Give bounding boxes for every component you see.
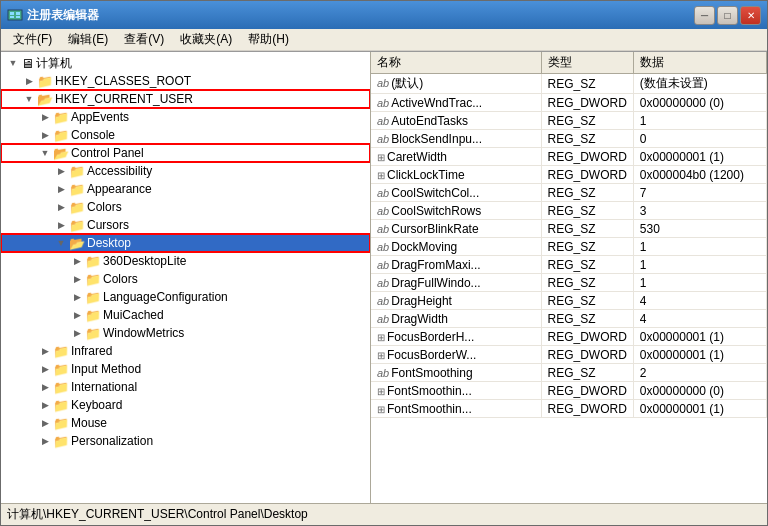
table-row[interactable]: abCursorBlinkRate REG_SZ 530 [371,220,767,238]
tree-item-appevents[interactable]: ▶ 📁 AppEvents [1,108,370,126]
cell-data: 4 [633,310,766,328]
tree-item-international[interactable]: ▶ 📁 International [1,378,370,396]
table-row[interactable]: ⊞CaretWidth REG_DWORD 0x00000001 (1) [371,148,767,166]
maximize-button[interactable]: □ [717,6,738,25]
value-name: AutoEndTasks [391,114,468,128]
computer-icon: 🖥 [21,56,34,71]
table-row[interactable]: ⊞FontSmoothin... REG_DWORD 0x00000000 (0… [371,382,767,400]
tree-label-windowmetrics: WindowMetrics [103,326,184,340]
value-name: ClickLockTime [387,168,465,182]
cell-type: REG_DWORD [541,382,633,400]
cell-data: 0x00000000 (0) [633,94,766,112]
tree-item-accessibility[interactable]: ▶ 📁 Accessibility [1,162,370,180]
table-row[interactable]: abDragWidth REG_SZ 4 [371,310,767,328]
menu-bar: 文件(F) 编辑(E) 查看(V) 收藏夹(A) 帮助(H) [1,29,767,51]
tree-item-computer[interactable]: ▼ 🖥 计算机 [1,54,370,72]
table-row[interactable]: ⊞FocusBorderH... REG_DWORD 0x00000001 (1… [371,328,767,346]
cell-data: 0x000004b0 (1200) [633,166,766,184]
registry-table: 名称 类型 数据 ab(默认) REG_SZ (数值未设置) abActiveW… [371,52,767,418]
tree-item-appearance[interactable]: ▶ 📁 Appearance [1,180,370,198]
cell-type: REG_SZ [541,292,633,310]
minimize-button[interactable]: ─ [694,6,715,25]
window-title: 注册表编辑器 [27,7,99,24]
values-panel: 名称 类型 数据 ab(默认) REG_SZ (数值未设置) abActiveW… [371,52,767,503]
tree-item-mouse[interactable]: ▶ 📁 Mouse [1,414,370,432]
cell-type: REG_DWORD [541,94,633,112]
menu-view[interactable]: 查看(V) [116,29,172,50]
tree-item-desktop[interactable]: ▼ 📂 Desktop [1,234,370,252]
expand-icon-hkcu: ▼ [21,91,37,107]
menu-help[interactable]: 帮助(H) [240,29,297,50]
cell-name: abDragFromMaxi... [371,256,541,274]
tree-item-personalization[interactable]: ▶ 📁 Personalization [1,432,370,450]
tree-item-controlpanel[interactable]: ▼ 📂 Control Panel [1,144,370,162]
cell-data: 0x00000001 (1) [633,148,766,166]
table-row[interactable]: ⊞FontSmoothin... REG_DWORD 0x00000001 (1… [371,400,767,418]
cell-type: REG_SZ [541,310,633,328]
value-name: CoolSwitchRows [391,204,481,218]
tree-label-personalization: Personalization [71,434,153,448]
expand-icon-international: ▶ [37,379,53,395]
app-icon [7,7,23,23]
value-name: DockMoving [391,240,457,254]
expand-icon-infrared: ▶ [37,343,53,359]
value-name: FontSmoothing [391,366,472,380]
table-row[interactable]: abFontSmoothing REG_SZ 2 [371,364,767,382]
cell-type: REG_SZ [541,112,633,130]
table-row[interactable]: abBlockSendInpu... REG_SZ 0 [371,130,767,148]
table-row[interactable]: abDragFromMaxi... REG_SZ 1 [371,256,767,274]
folder-icon-colors: 📁 [69,200,85,215]
table-row[interactable]: abDockMoving REG_SZ 1 [371,238,767,256]
status-path: 计算机\HKEY_CURRENT_USER\Control Panel\Desk… [7,506,308,523]
menu-favorites[interactable]: 收藏夹(A) [172,29,240,50]
tree-item-keyboard[interactable]: ▶ 📁 Keyboard [1,396,370,414]
value-name: (默认) [391,76,423,90]
tree-label-appearance: Appearance [87,182,152,196]
table-row[interactable]: abActiveWndTrac... REG_DWORD 0x00000000 … [371,94,767,112]
tree-item-infrared[interactable]: ▶ 📁 Infrared [1,342,370,360]
table-row[interactable]: abAutoEndTasks REG_SZ 1 [371,112,767,130]
folder-icon-cursors: 📁 [69,218,85,233]
tree-item-muicached[interactable]: ▶ 📁 MuiCached [1,306,370,324]
table-row[interactable]: ⊞ClickLockTime REG_DWORD 0x000004b0 (120… [371,166,767,184]
folder-icon-inputmethod: 📁 [53,362,69,377]
tree-label-hkcu: HKEY_CURRENT_USER [55,92,193,106]
tree-item-inputmethod[interactable]: ▶ 📁 Input Method [1,360,370,378]
expand-icon-windowmetrics: ▶ [69,325,85,341]
table-row[interactable]: abDragHeight REG_SZ 4 [371,292,767,310]
tree-item-langconfig[interactable]: ▶ 📁 LanguageConfiguration [1,288,370,306]
menu-file[interactable]: 文件(F) [5,29,60,50]
value-name: BlockSendInpu... [391,132,482,146]
tree-label-cursors: Cursors [87,218,129,232]
tree-item-colors[interactable]: ▶ 📁 Colors [1,198,370,216]
value-name: CursorBlinkRate [391,222,478,236]
tree-panel[interactable]: ▼ 🖥 计算机 ▶ 📁 HKEY_CLASSES_ROOT ▼ 📂 HKEY_C… [1,52,371,503]
tree-item-desktop-colors[interactable]: ▶ 📁 Colors [1,270,370,288]
cell-name: ⊞FocusBorderW... [371,346,541,364]
table-row[interactable]: ab(默认) REG_SZ (数值未设置) [371,74,767,94]
tree-item-360desktop[interactable]: ▶ 📁 360DesktopLite [1,252,370,270]
tree-label-keyboard: Keyboard [71,398,122,412]
value-name: DragWidth [391,312,448,326]
table-row[interactable]: ⊞FocusBorderW... REG_DWORD 0x00000001 (1… [371,346,767,364]
cell-type: REG_SZ [541,74,633,94]
cell-data: 0x00000000 (0) [633,382,766,400]
close-button[interactable]: ✕ [740,6,761,25]
cell-data: 0 [633,130,766,148]
tree-item-cursors[interactable]: ▶ 📁 Cursors [1,216,370,234]
table-row[interactable]: abDragFullWindo... REG_SZ 1 [371,274,767,292]
menu-edit[interactable]: 编辑(E) [60,29,116,50]
cell-name: abCursorBlinkRate [371,220,541,238]
folder-icon-controlpanel: 📂 [53,146,69,161]
tree-item-hkcr[interactable]: ▶ 📁 HKEY_CLASSES_ROOT [1,72,370,90]
tree-item-console[interactable]: ▶ 📁 Console [1,126,370,144]
table-row[interactable]: abCoolSwitchRows REG_SZ 3 [371,202,767,220]
cell-type: REG_SZ [541,238,633,256]
folder-icon-hkcu: 📂 [37,92,53,107]
tree-item-hkcu[interactable]: ▼ 📂 HKEY_CURRENT_USER [1,90,370,108]
cell-data: 1 [633,274,766,292]
tree-item-windowmetrics[interactable]: ▶ 📁 WindowMetrics [1,324,370,342]
folder-icon-hkcr: 📁 [37,74,53,89]
tree-label-langconfig: LanguageConfiguration [103,290,228,304]
table-row[interactable]: abCoolSwitchCol... REG_SZ 7 [371,184,767,202]
